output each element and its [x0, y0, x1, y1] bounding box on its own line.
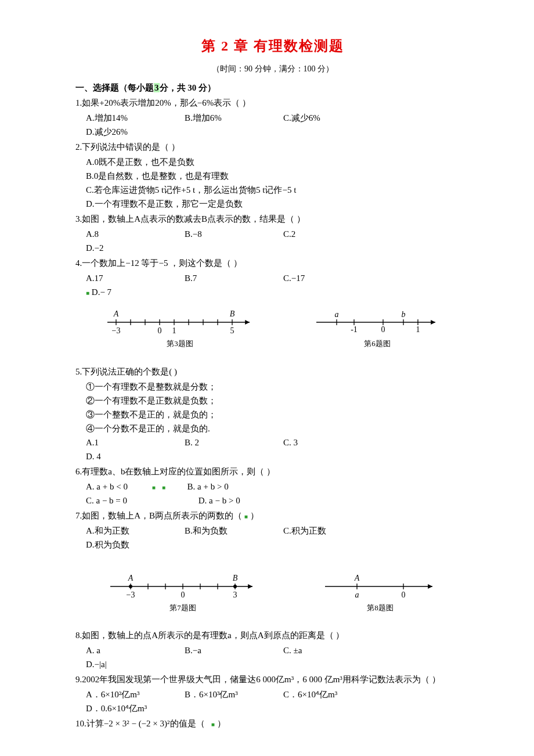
q8-opt-a: A. a	[86, 643, 179, 657]
fig7-label: 第7题图	[169, 602, 196, 614]
fig3-numberline: A −3 0 1 B 5	[104, 308, 255, 337]
q4-opt-d-text: D.− 7	[92, 287, 111, 297]
fig6-block: a -1 0 b 1 第6题图	[313, 308, 441, 350]
q10-text: 10.计算−2 × 3² − (−2 × 3)²的值是（	[75, 719, 205, 728]
q10-line: 10.计算−2 × 3² − (−2 × 3)²的值是（ ■ ）	[75, 717, 470, 730]
q2-text: 2.下列说法中错误的是（ ）	[75, 140, 470, 154]
q4-opt-a: A.17	[86, 271, 179, 285]
fig7-numberline: A −3 0 B 3	[107, 572, 258, 601]
section-heading: 一、选择题（每小题3分，共 30 分）	[75, 81, 470, 95]
q7-options: A.和为正数 B.和为负数 C.积为正数 D.积为负数	[86, 524, 470, 552]
q7-opt-d: D.积为负数	[86, 538, 179, 552]
fig7-zero: 0	[181, 591, 185, 599]
q4-text: 4.一个数加上−12 等于−5 ，则这个数是（ ）	[75, 256, 470, 270]
q5-opt-c: C. 3	[283, 435, 376, 449]
fig3-zero: 0	[158, 326, 162, 335]
q7-text: 7.如图，数轴上A，B两点所表示的两数的（	[75, 511, 242, 520]
q9-options: A．6×10²亿m³ B．6×10³亿m³ C．6×10⁴亿m³ D．0.6×1…	[86, 687, 470, 715]
fig6-negone: -1	[351, 325, 358, 334]
q8-opt-c: C. ±a	[283, 643, 376, 657]
fig8-A-letter: A	[354, 574, 360, 582]
green-dot-icon: ■	[162, 484, 165, 490]
fig8-a-val: a	[355, 591, 359, 599]
fig3-block: A −3 0 1 B 5 第3题图	[104, 308, 255, 350]
q8-opt-d: D.−|a|	[86, 657, 179, 671]
fig6-numberline: a -1 0 b 1	[313, 308, 441, 337]
q7-opt-b: B.和为负数	[185, 524, 277, 538]
q9-text: 9.2002年我国发现第一个世界级大气田，储量达6 000亿m³，6 000 亿…	[75, 672, 470, 686]
section-head-tail: 分，共 30 分）	[160, 83, 217, 92]
q3-opt-b: B.−8	[185, 227, 277, 241]
q5-opt-b: B. 2	[185, 435, 277, 449]
q6-opt-b: B. a + b > 0	[187, 482, 229, 491]
q9-opt-c: C．6×10⁴亿m³	[283, 687, 376, 701]
q1-opt-d: D.减少26%	[86, 125, 179, 139]
q5-text: 5.下列说法正确的个数是( )	[75, 365, 470, 379]
figure-row-1: A −3 0 1 B 5 第3题图 a -1 0 b 1 第6题图	[75, 308, 470, 350]
section-head-pre: 一、选择题（每小题	[75, 83, 154, 92]
q1-opt-c: C.减少6%	[283, 111, 376, 125]
q8-opt-b: B.−a	[185, 643, 277, 657]
fig3-label: 第3题图	[167, 338, 193, 350]
q5-s1: ①一个有理数不是整数就是分数；	[86, 380, 470, 394]
q6-opt-d: D. a − b > 0	[199, 496, 240, 505]
page-title: 第 2 章 有理数检测题	[75, 35, 470, 57]
q5-s2: ②一个有理数不是正数就是负数；	[86, 394, 470, 408]
fig3-A-val: −3	[112, 326, 121, 335]
q3-opt-a: A.8	[86, 227, 179, 241]
fig8-zero: 0	[402, 591, 406, 599]
green-dot-icon: ■	[211, 721, 215, 728]
q7-opt-c: C.积为正数	[283, 524, 376, 538]
fig8-numberline: A a 0	[322, 572, 438, 601]
q4-opt-d: ■ D.− 7	[86, 285, 179, 299]
q4-options: A.17 B.7 C.−17 ■ D.− 7	[86, 271, 470, 299]
fig6-zero: 0	[381, 325, 385, 334]
q1-text: 1.如果+20%表示增加20%，那么−6%表示（ ）	[75, 96, 470, 110]
svg-point-24	[129, 585, 132, 588]
green-dot-icon: ■	[86, 289, 89, 296]
section-head-highlight: 3	[154, 83, 160, 92]
q3-options: A.8 B.−8 C.2 D.−2	[86, 227, 470, 255]
q7-tail: ）	[250, 511, 259, 520]
q7-line: 7.如图，数轴上A，B两点所表示的两数的（ ■ ）	[75, 509, 470, 523]
q1-options: A.增加14% B.增加6% C.减少6% D.减少26%	[86, 111, 470, 139]
q6-opts-row1: A. a + b < 0 ■ ■ B. a + b > 0	[86, 480, 470, 494]
q5-opt-d: D. 4	[86, 449, 179, 463]
fig7-block: A −3 0 B 3 第7题图	[107, 572, 258, 614]
q6-opt-c: C. a − b = 0	[86, 494, 196, 507]
q5-s4: ④一个分数不是正的，就是负的.	[86, 422, 470, 435]
figure-row-2: A −3 0 B 3 第7题图 A a 0 第8题图	[75, 572, 470, 614]
q6-opt-a: A. a + b < 0	[86, 480, 150, 494]
q2-opt-b: B.0是自然数，也是整数，也是有理数	[86, 169, 470, 183]
fig7-B-letter: B	[233, 574, 238, 582]
svg-point-25	[233, 585, 237, 588]
fig3-A-letter: A	[113, 309, 119, 318]
exam-meta: （时间：90 分钟，满分：100 分）	[75, 63, 470, 75]
q2-opt-c: C.若仓库运进货物5 t记作+5 t，那么运出货物5 t记作−5 t	[86, 183, 470, 197]
q4-opt-b: B.7	[185, 271, 277, 285]
q9-opt-d: D．0.6×10⁴亿m³	[86, 701, 179, 715]
q4-opt-c: C.−17	[283, 271, 376, 285]
q5-options: A.1 B. 2 C. 3 D. 4	[86, 435, 470, 463]
fig6-a: a	[335, 310, 339, 319]
fig6-one: 1	[416, 325, 420, 334]
fig3-B-val: 5	[230, 326, 234, 335]
fig7-A-val: −3	[127, 591, 135, 599]
q6-opts-row2: C. a − b = 0 D. a − b > 0	[86, 494, 470, 507]
q7-opt-a: A.和为正数	[86, 524, 179, 538]
fig6-b: b	[402, 310, 406, 319]
q2-opt-a: A.0既不是正数，也不是负数	[86, 155, 470, 169]
q10-tail: ）	[217, 719, 226, 728]
q8-options: A. a B.−a C. ±a D.−|a|	[86, 643, 470, 671]
q5-s3: ③一个整数不是正的，就是负的；	[86, 408, 470, 422]
q3-text: 3.如图，数轴上A点表示的数减去B点表示的数，结果是（ ）	[75, 212, 470, 226]
q1-opt-b: B.增加6%	[185, 111, 277, 125]
green-dot-icon: ■	[244, 513, 248, 519]
q6-text: 6.有理数a、b在数轴上对应的位置如图所示，则（ ）	[75, 465, 470, 478]
q3-opt-d: D.−2	[86, 241, 179, 255]
q5-opt-a: A.1	[86, 435, 179, 449]
q9-opt-b: B．6×10³亿m³	[185, 687, 277, 701]
fig7-A-letter: A	[128, 574, 134, 582]
q1-opt-a: A.增加14%	[86, 111, 179, 125]
fig3-one: 1	[172, 326, 176, 335]
